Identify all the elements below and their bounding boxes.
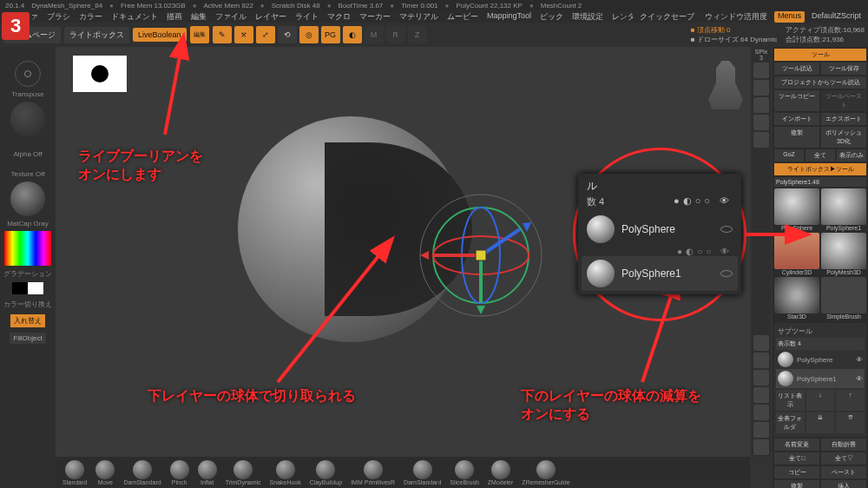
tool-header[interactable]: ツール bbox=[774, 49, 866, 61]
subtool-count[interactable]: 表示数 4 bbox=[776, 338, 865, 350]
color-picker[interactable] bbox=[4, 231, 51, 266]
frame-icon[interactable] bbox=[753, 132, 769, 148]
edit-btn[interactable]: 編集 bbox=[190, 26, 209, 43]
menu-ブラシ[interactable]: ブラシ bbox=[43, 11, 74, 23]
menu-マーカー[interactable]: マーカー bbox=[356, 11, 394, 23]
swap-btn[interactable]: 入れ替え bbox=[10, 314, 45, 327]
hand-icon[interactable] bbox=[753, 80, 769, 96]
draw-btn[interactable]: ✎ bbox=[213, 26, 232, 43]
camera-bust-icon[interactable] bbox=[707, 61, 745, 109]
sym-btn[interactable]: ◐ bbox=[343, 26, 362, 43]
zadd-btn[interactable]: Z bbox=[408, 26, 427, 43]
menu-編集[interactable]: 編集 bbox=[187, 11, 210, 23]
fit-icon[interactable] bbox=[753, 115, 769, 130]
rotate-btn[interactable]: ⟲ bbox=[278, 26, 297, 43]
menu-ファイル[interactable]: ファイル bbox=[212, 11, 250, 23]
menu-マテリアル[interactable]: マテリアル bbox=[396, 11, 442, 23]
pf-icon[interactable] bbox=[753, 439, 769, 455]
swatch-white[interactable] bbox=[28, 282, 43, 294]
move-btn[interactable]: ⤧ bbox=[234, 26, 253, 43]
goz-all[interactable]: 全て bbox=[806, 149, 835, 162]
bpr-icon[interactable] bbox=[753, 63, 769, 78]
zoom-icon[interactable] bbox=[753, 97, 769, 113]
liveboolean-btn[interactable]: LiveBoolean bbox=[133, 28, 187, 42]
current-tool[interactable]: PolySphere1.48 bbox=[774, 177, 866, 187]
import[interactable]: インポート bbox=[774, 113, 819, 125]
tool-thumb-2[interactable] bbox=[774, 233, 819, 269]
menu-ドキュメント[interactable]: ドキュメント bbox=[108, 11, 161, 23]
op-1[interactable]: 自動折畳 bbox=[821, 439, 866, 451]
alpha-lbl[interactable]: Alpha Off bbox=[13, 150, 42, 158]
op-0[interactable]: 名前変更 bbox=[774, 439, 819, 451]
brush-ZModeler[interactable]: ZModeler bbox=[488, 460, 514, 485]
ref-thumbnail[interactable] bbox=[73, 56, 127, 92]
save-tool[interactable]: ツール保存 bbox=[821, 63, 866, 75]
xyz-icon[interactable] bbox=[753, 387, 769, 403]
goz-vis[interactable]: 表示のみ bbox=[837, 149, 866, 162]
gizmo-btn[interactable]: ◎ bbox=[299, 26, 319, 43]
make-pm3d[interactable]: ポリメッシュ3D化 bbox=[821, 127, 866, 148]
local-icon[interactable] bbox=[753, 370, 769, 386]
copy-tool[interactable]: ツールコピー bbox=[774, 90, 819, 111]
bubble-row-1[interactable]: PolySphere1 bbox=[582, 256, 738, 291]
brush-thumb[interactable] bbox=[10, 102, 45, 136]
op-4[interactable]: コピー bbox=[774, 466, 819, 478]
mrgb-btn[interactable]: M bbox=[365, 26, 384, 43]
list-all[interactable]: リスト表示 bbox=[776, 390, 805, 411]
paste-tool[interactable]: ツールペースト bbox=[821, 90, 866, 111]
op-7[interactable]: 挿入 bbox=[821, 480, 866, 488]
menu-レンダー[interactable]: レンダー bbox=[608, 11, 633, 23]
brush-SnakeHook[interactable]: SnakeHook bbox=[270, 460, 301, 485]
menu-ピック[interactable]: ピック bbox=[536, 11, 567, 23]
menu-ムービー[interactable]: ムービー bbox=[444, 11, 482, 23]
solo-icon[interactable] bbox=[753, 405, 769, 420]
menu-環境設定[interactable]: 環境設定 bbox=[569, 11, 607, 23]
tool-thumb-3[interactable] bbox=[821, 233, 866, 269]
texture-lbl[interactable]: Texture Off bbox=[11, 170, 45, 178]
defscript[interactable]: DefaultZScript bbox=[808, 11, 865, 23]
op-6[interactable]: 複製 bbox=[774, 480, 819, 488]
menu-ライト[interactable]: ライト bbox=[292, 11, 322, 23]
matcap-thumb[interactable] bbox=[10, 181, 45, 216]
lb-tool[interactable]: ライトボックス▶ツール bbox=[774, 163, 866, 175]
brush-DamStandard[interactable]: DamStandard bbox=[404, 460, 441, 485]
lightbox-btn[interactable]: ライトボックス bbox=[64, 27, 129, 43]
brush-Standard[interactable]: Standard bbox=[62, 460, 87, 485]
window-util[interactable]: ウィンドウ活用度 bbox=[701, 11, 771, 23]
brush-TrimDynamic[interactable]: TrimDynamic bbox=[226, 460, 261, 485]
menu-マクロ[interactable]: マクロ bbox=[324, 11, 354, 23]
fill-btn[interactable]: FillObject bbox=[10, 333, 45, 344]
brush-ZRemesherGuide[interactable]: ZRemesherGuide bbox=[522, 460, 569, 485]
tool-thumb-1[interactable] bbox=[821, 188, 866, 225]
menu-描画[interactable]: 描画 bbox=[163, 11, 186, 23]
tool-thumb-5[interactable] bbox=[821, 277, 866, 313]
quicksave[interactable]: クイックセーブ bbox=[636, 11, 698, 23]
transpose-icon[interactable] bbox=[15, 61, 41, 87]
brush-DamStandard[interactable]: DamStandard bbox=[123, 460, 161, 485]
brush-SliceBrush[interactable]: SliceBrush bbox=[450, 460, 478, 485]
subtool-header[interactable]: サブツール bbox=[776, 325, 865, 338]
op-3[interactable]: 全て▽ bbox=[821, 452, 866, 465]
tool-thumb-4[interactable] bbox=[774, 277, 819, 313]
brush-Pinch[interactable]: Pinch bbox=[170, 460, 189, 485]
swatch-black[interactable] bbox=[12, 282, 28, 294]
color-switch-lbl[interactable]: カラー切り換え bbox=[3, 300, 52, 309]
scale-btn[interactable]: ⤢ bbox=[256, 26, 275, 43]
export[interactable]: エクスポート bbox=[821, 113, 866, 125]
floor-icon[interactable] bbox=[753, 353, 769, 368]
goz[interactable]: GoZ bbox=[774, 149, 804, 162]
spix[interactable]: SPix 3 bbox=[753, 49, 769, 61]
brush-ClayBuildup[interactable]: ClayBuildup bbox=[310, 460, 342, 485]
mesh-sphere[interactable] bbox=[238, 116, 464, 342]
brush-Inflat[interactable]: Inflat bbox=[198, 460, 217, 485]
op-2[interactable]: 全て□ bbox=[774, 452, 819, 465]
load-from-proj[interactable]: プロジェクトからツール読込 bbox=[774, 76, 866, 89]
xpose-icon[interactable] bbox=[753, 422, 769, 438]
new-folder[interactable]: 全表フォルダ bbox=[776, 412, 805, 433]
polyframe-btn[interactable]: PG bbox=[321, 26, 340, 43]
rgb-btn[interactable]: R bbox=[386, 26, 405, 43]
menu-MappingTool[interactable]: MappingTool bbox=[483, 11, 535, 23]
menu-レイヤー[interactable]: レイヤー bbox=[252, 11, 290, 23]
tool-thumb-0[interactable] bbox=[774, 188, 819, 225]
brush-Move[interactable]: Move bbox=[95, 460, 115, 485]
